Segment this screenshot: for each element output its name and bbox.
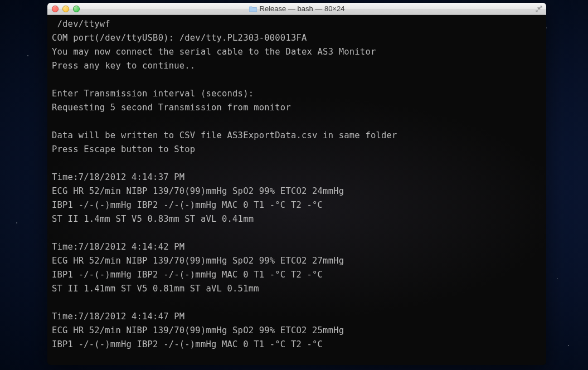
fullscreen-button[interactable] (535, 5, 543, 13)
terminal-output[interactable]: /dev/ttywf COM port(/dev/ttyUSB0): /dev/… (47, 15, 546, 365)
expand-icon (536, 6, 542, 12)
window-title: Release — bash — 80×24 (260, 4, 345, 13)
traffic-lights (52, 6, 80, 12)
window-title-group: Release — bash — 80×24 (249, 4, 345, 13)
close-button[interactable] (52, 6, 59, 12)
window-titlebar[interactable]: Release — bash — 80×24 (47, 3, 546, 15)
terminal-window: Release — bash — 80×24 /dev/ttywf COM po… (47, 3, 546, 365)
zoom-button[interactable] (73, 6, 80, 12)
folder-icon (249, 6, 257, 12)
minimize-button[interactable] (62, 6, 69, 12)
